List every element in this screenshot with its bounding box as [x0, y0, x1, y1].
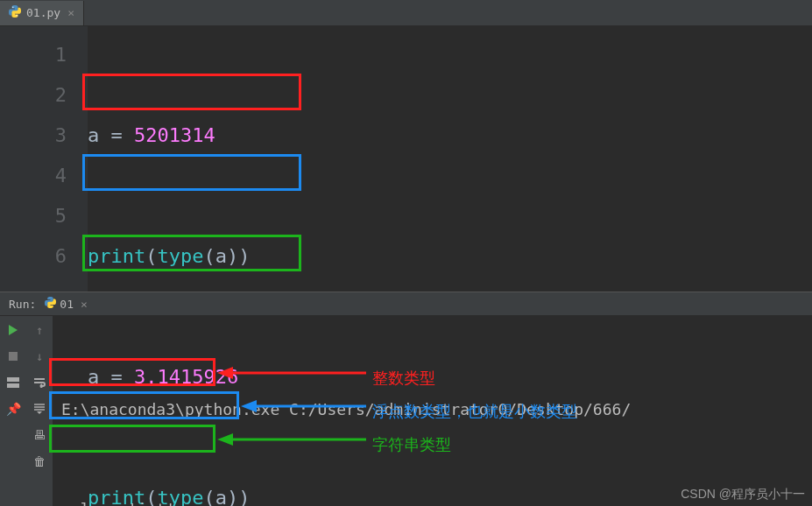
line-number: 4 — [0, 156, 67, 196]
print-icon[interactable]: 🖶 — [32, 428, 46, 442]
arrow-down-icon[interactable]: ↓ — [32, 349, 46, 363]
tab-filename: 01.py — [26, 6, 60, 19]
arrow-up-icon[interactable]: ↑ — [32, 323, 46, 337]
svg-rect-3 — [7, 377, 19, 382]
highlight-box-green — [49, 425, 215, 453]
svg-marker-6 — [217, 367, 233, 379]
close-icon[interactable]: × — [81, 298, 88, 311]
svg-point-1 — [16, 15, 17, 16]
scroll-icon[interactable] — [32, 402, 46, 416]
pin-icon[interactable]: 📌 — [6, 402, 20, 416]
editor: 1 2 3 4 5 6 a = 5201314 print(type(a)) a… — [0, 26, 812, 292]
run-label: Run: — [9, 298, 36, 311]
highlight-box-red — [82, 74, 301, 110]
layout-icon[interactable] — [6, 376, 20, 390]
editor-tab-bar: 01.py × — [0, 0, 812, 26]
highlight-box-blue — [82, 154, 301, 191]
annotation-text: 整数类型 — [372, 362, 435, 395]
editor-tab[interactable]: 01.py × — [0, 1, 84, 25]
wrap-icon[interactable] — [32, 376, 46, 390]
stop-icon[interactable] — [6, 349, 20, 363]
line-number: 6 — [0, 236, 67, 277]
run-panel: 📌 ↑ ↓ 🖶 🗑 E:\anaconda3\python.exe C:/Use… — [0, 316, 812, 506]
close-icon[interactable]: × — [67, 6, 74, 19]
python-file-icon — [9, 5, 21, 20]
python-file-icon — [45, 297, 56, 311]
svg-rect-4 — [7, 383, 19, 388]
svg-point-0 — [12, 6, 13, 7]
console-output[interactable]: E:\anaconda3\python.exe C:/Users/adminis… — [53, 316, 812, 506]
annotation-arrow-red — [217, 360, 366, 386]
line-number: 1 — [0, 35, 67, 75]
annotation-arrow-green — [217, 426, 366, 453]
annotation-text: 浮点数类型，也就是小数类型 — [372, 395, 577, 428]
line-gutter: 1 2 3 4 5 6 — [0, 26, 88, 292]
code-area[interactable]: a = 5201314 print(type(a)) a = 3.1415926… — [88, 26, 812, 292]
line-number: 2 — [0, 75, 67, 116]
run-toolbar-left: 📌 — [0, 316, 26, 506]
line-number: 5 — [0, 196, 67, 236]
line-number: 3 — [0, 116, 67, 156]
highlight-box-red — [49, 358, 215, 386]
svg-marker-10 — [217, 433, 233, 446]
run-toolbar-right: ↑ ↓ 🖶 🗑 — [26, 316, 53, 506]
annotation-text: 字符串类型 — [372, 428, 451, 461]
run-icon[interactable] — [6, 323, 20, 337]
trash-icon[interactable]: 🗑 — [32, 454, 46, 468]
run-config-name[interactable]: 01 — [60, 298, 74, 311]
watermark: CSDN @程序员小十一 — [681, 487, 805, 502]
svg-rect-2 — [9, 352, 18, 361]
